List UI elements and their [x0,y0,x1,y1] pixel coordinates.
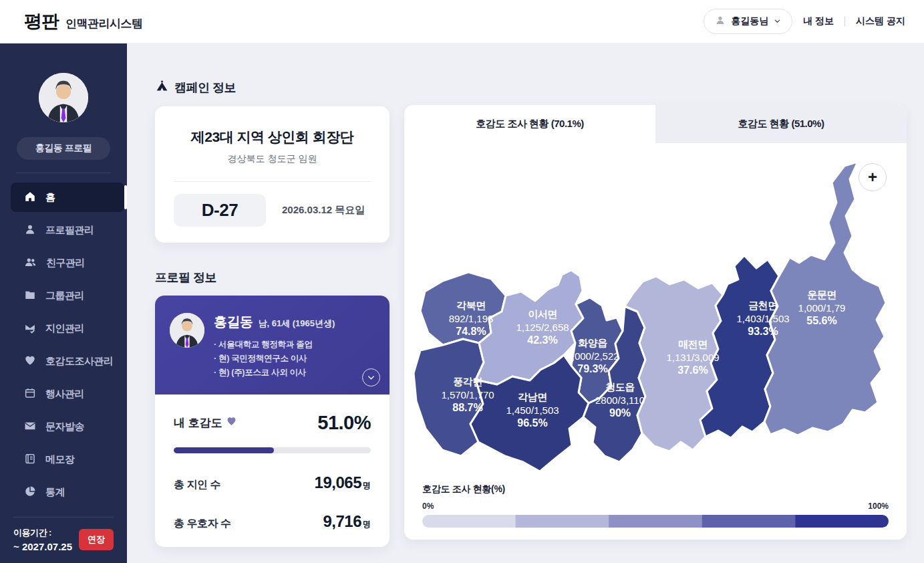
heart-icon [24,354,36,368]
avatar [39,73,88,122]
sidebar-item-label: 친구관리 [46,257,85,269]
legend-max: 100% [868,501,889,511]
tab-favorability-status[interactable]: 호감도 현황 (51.0%) [655,105,907,143]
legend-min: 0% [422,501,434,511]
sidebar-item-label: 통계 [45,486,65,499]
map-legend: 호감도 조사 현황(%) 0% 100% [404,478,907,528]
user-name: 홍길동님 [731,15,768,27]
sidebar-nav: 홈 프로필관리 친구관리 그룹관리 지인관리 호감도조사관리 [0,183,127,510]
sidebar-item-statistics[interactable]: 통계 [11,477,124,507]
sidebar-item-profile[interactable]: 프로필관리 [11,215,124,245]
sidebar-item-favorability-survey[interactable]: 호감도조사관리 [11,346,124,376]
profile-meta: 남, 61세 (1965년생) [259,318,335,330]
sidebar-item-label: 그룹관리 [45,290,84,302]
home-icon [24,191,36,205]
calendar-icon [24,387,36,401]
sidebar-item-label: 행사관리 [45,388,84,401]
header-divider [844,17,845,26]
history-line: · 현) 국민정책연구소 이사 [214,352,335,366]
choropleth-map: 각북면 892/1,193 74.8% 풍각면 1,570/1,770 88.7… [404,143,907,478]
purple-heart-icon [226,416,237,430]
legend-color-bar [422,515,889,528]
usage-period-value: ~ 2027.07.25 [13,541,72,552]
expand-profile-button[interactable] [362,368,380,386]
chevron-down-icon [774,15,781,27]
stat-value: 19,065 [315,473,361,491]
sidebar: 홍길동 프로필 홈 프로필관리 친구관리 그룹관리 지인관리 [0,43,127,563]
sidebar-item-home[interactable]: 홈 [11,183,124,212]
sidebar-item-label: 문자발송 [45,421,84,433]
my-info-link[interactable]: 내 정보 [803,15,834,27]
profile-card: 홍길동 남, 61세 (1965년생) · 서울대학교 행정학과 졸업 · 현)… [155,296,390,547]
favorability-label: 내 호감도 [174,415,222,431]
sidebar-item-acquaintances[interactable]: 지인관리 [11,314,124,343]
stat-label: 총 우호자 수 [174,517,230,531]
top-bar: 평판 인맥관리시스템 홍길동님 내 정보 시스템 공지 [0,0,924,43]
mail-check-icon [24,322,36,336]
history-line: · 서울대학교 행정학과 졸업 [214,338,335,352]
sidebar-bottom-divider [13,517,114,518]
map-zoom-in-button[interactable]: + [859,163,887,191]
profile-name: 홍길동 [214,313,253,331]
district-unmun[interactable] [764,162,886,435]
user-icon [715,15,726,28]
stat-unit: 명 [363,481,371,490]
main-content: 캠페인 정보 제23대 지역 상인회 회장단 경상북도 청도군 임원 D-27 … [127,43,924,563]
history-line: · 현) (주)포스코 사외 이사 [214,366,335,380]
people-icon [24,256,37,270]
app-logo: 평판 인맥관리시스템 [24,9,143,33]
campaign-tent-icon [155,79,169,96]
sidebar-item-label: 지인관리 [45,322,84,335]
folder-icon [24,289,36,303]
system-notice-link[interactable]: 시스템 공지 [856,15,905,27]
favorability-progressbar [174,447,371,453]
stat-value: 9,716 [323,512,361,530]
profile-button[interactable]: 홍길동 프로필 [17,137,110,160]
sidebar-item-notes[interactable]: 메모장 [11,445,124,474]
sidebar-item-groups[interactable]: 그룹관리 [11,281,124,310]
map-panel: 호감도 조사 현황 (70.1%) 호감도 현황 (51.0%) [404,105,907,540]
usage-period-label: 이용기간 : [13,527,72,539]
campaign-subtitle: 경상북도 청도군 임원 [174,153,371,165]
tab-survey-status[interactable]: 호감도 조사 현황 (70.1%) [404,105,655,143]
sidebar-item-sms[interactable]: 문자발송 [11,412,124,441]
profile-section-title: 프로필 정보 [155,269,216,286]
sidebar-divider [16,173,111,173]
sidebar-item-events[interactable]: 행사관리 [11,379,124,409]
sidebar-item-label: 메모장 [45,453,75,466]
campaign-date: 2026.03.12 목요일 [282,204,365,217]
dday-badge: D-27 [174,194,266,227]
logo-subtitle: 인맥관리시스템 [65,16,143,31]
chevron-down-icon [367,373,375,382]
logo-text: 평판 [24,9,59,33]
stat-label: 총 지인 수 [174,478,220,492]
campaign-card: 제23대 지역 상인회 회장단 경상북도 청도군 임원 D-27 2026.03… [155,106,390,243]
legend-title: 호감도 조사 현황(%) [422,483,889,495]
sidebar-item-friends[interactable]: 친구관리 [11,248,124,277]
sidebar-item-label: 홈 [45,191,55,204]
person-icon [24,223,36,237]
favorability-value: 51.0% [317,412,371,434]
sidebar-item-label: 호감도조사관리 [45,355,114,368]
pie-chart-icon [24,485,36,499]
envelope-icon [24,420,36,434]
user-menu-button[interactable]: 홍길동님 [704,9,792,34]
avatar [170,313,204,348]
stat-unit: 명 [363,520,371,529]
campaign-divider [174,181,371,182]
extend-button[interactable]: 연장 [79,529,114,550]
district-punggak[interactable] [414,339,484,456]
campaign-title: 제23대 지역 상인회 회장단 [174,128,371,146]
note-icon [24,453,36,467]
campaign-section-title: 캠페인 정보 [174,80,236,96]
sidebar-item-label: 프로필관리 [45,224,94,237]
